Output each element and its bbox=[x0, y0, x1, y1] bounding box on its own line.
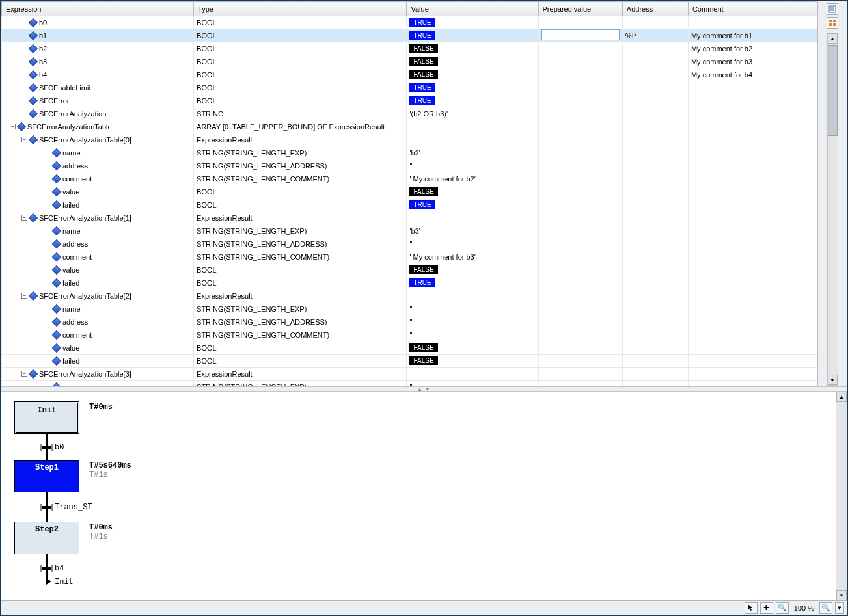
table-row[interactable]: −SFCErrorAnalyzationTable[2]ExpressionRe… bbox=[2, 289, 817, 302]
row-prepared[interactable] bbox=[538, 381, 622, 386]
table-row[interactable]: −SFCErrorAnalyzationTable[3]ExpressionRe… bbox=[2, 368, 817, 381]
table-row[interactable]: −SFCErrorAnalyzationTable[0]ExpressionRe… bbox=[2, 133, 817, 146]
row-value[interactable]: '' bbox=[407, 159, 538, 172]
row-prepared[interactable] bbox=[538, 198, 622, 211]
table-row[interactable]: commentSTRING(STRING_LENGTH_COMMENT)' My… bbox=[2, 250, 817, 263]
row-value[interactable]: FALSE bbox=[407, 263, 538, 276]
row-value[interactable] bbox=[407, 133, 538, 146]
row-value[interactable]: '' bbox=[407, 237, 538, 250]
row-prepared[interactable] bbox=[538, 42, 622, 55]
table-row[interactable]: nameSTRING(STRING_LENGTH_EXP)'b3' bbox=[2, 224, 817, 237]
collapse-icon[interactable]: − bbox=[21, 293, 27, 299]
table-row[interactable]: −SFCErrorAnalyzationTable[1]ExpressionRe… bbox=[2, 211, 817, 224]
row-value[interactable]: TRUE bbox=[407, 198, 538, 211]
row-prepared[interactable] bbox=[538, 289, 622, 302]
row-value[interactable]: TRUE bbox=[407, 29, 538, 42]
table-row[interactable]: failedBOOLFALSE bbox=[2, 355, 817, 368]
row-value[interactable]: '' bbox=[407, 328, 538, 341]
table-row[interactable]: nameSTRING(STRING_LENGTH_EXP)'' bbox=[2, 381, 817, 386]
row-value[interactable]: FALSE bbox=[407, 55, 538, 68]
sfc-transition[interactable] bbox=[42, 506, 51, 509]
row-prepared[interactable] bbox=[538, 315, 622, 328]
row-prepared[interactable] bbox=[538, 368, 622, 381]
collapse-icon[interactable]: − bbox=[21, 371, 27, 377]
row-value[interactable]: TRUE bbox=[407, 94, 538, 107]
horizontal-splitter[interactable]: ▲ ▼ bbox=[1, 386, 847, 392]
zoom-dropdown-button[interactable]: 🔍 bbox=[819, 602, 832, 614]
collapse-icon[interactable]: − bbox=[21, 137, 27, 142]
row-value[interactable]: FALSE bbox=[407, 42, 538, 55]
scroll-down-arrow-icon[interactable]: ▼ bbox=[828, 375, 838, 385]
table-row[interactable]: −SFCErrorAnalyzationTableARRAY [0..TABLE… bbox=[2, 120, 817, 133]
table-row[interactable]: b2BOOLFALSEMy comment for b2 bbox=[2, 42, 817, 55]
sfc-transition[interactable] bbox=[42, 567, 51, 570]
row-prepared[interactable] bbox=[538, 81, 622, 94]
bottom-vertical-scrollbar[interactable]: ▲ ▼ bbox=[836, 392, 847, 600]
row-value[interactable]: ' My comment for b3' bbox=[407, 250, 538, 263]
row-value[interactable] bbox=[407, 120, 538, 133]
scroll-up-arrow-icon[interactable]: ▲ bbox=[828, 33, 838, 44]
row-prepared[interactable] bbox=[538, 55, 622, 68]
row-value[interactable]: ' My comment for b2' bbox=[407, 172, 538, 185]
table-row[interactable]: valueBOOLFALSE bbox=[2, 341, 817, 355]
row-value[interactable]: '' bbox=[407, 315, 538, 328]
table-row[interactable]: SFCErrorBOOLTRUE bbox=[2, 94, 817, 107]
sfc-step-init[interactable]: Init bbox=[14, 401, 79, 434]
table-row[interactable]: SFCEnableLimitBOOLTRUE bbox=[2, 81, 817, 94]
col-header-value[interactable]: Value bbox=[407, 2, 538, 16]
row-value[interactable]: FALSE bbox=[407, 68, 538, 81]
top-vertical-scrollbar[interactable]: ▲ ▼ bbox=[827, 33, 838, 386]
table-row[interactable]: addressSTRING(STRING_LENGTH_ADDRESS)'' bbox=[2, 315, 817, 328]
row-value[interactable] bbox=[407, 289, 538, 302]
table-row[interactable]: addressSTRING(STRING_LENGTH_ADDRESS)'' bbox=[2, 237, 817, 250]
zoom-menu-button[interactable]: ▾ bbox=[835, 602, 844, 614]
prepared-value-input[interactable] bbox=[541, 29, 620, 40]
row-prepared[interactable] bbox=[538, 355, 622, 368]
row-value[interactable]: TRUE bbox=[407, 276, 538, 289]
row-value[interactable] bbox=[407, 368, 538, 381]
table-row[interactable]: commentSTRING(STRING_LENGTH_COMMENT)'' bbox=[2, 328, 817, 341]
row-prepared[interactable] bbox=[538, 16, 622, 29]
row-prepared[interactable] bbox=[538, 107, 622, 120]
row-prepared[interactable] bbox=[538, 185, 622, 198]
zoom-tool-button[interactable]: 🔍 bbox=[776, 602, 789, 614]
col-header-type[interactable]: Type bbox=[194, 2, 407, 16]
table-row[interactable]: failedBOOLTRUE bbox=[2, 198, 817, 211]
collapse-icon[interactable]: − bbox=[10, 124, 16, 129]
row-value[interactable]: '' bbox=[407, 381, 538, 386]
scroll-down-arrow-icon[interactable]: ▼ bbox=[836, 590, 847, 600]
col-header-expression[interactable]: Expression bbox=[2, 2, 194, 16]
row-value[interactable]: TRUE bbox=[407, 16, 538, 29]
sfc-canvas[interactable]: InitT#0msStep1T#5s640msT#1sStep2T#0msT#1… bbox=[1, 392, 836, 600]
scroll-thumb[interactable] bbox=[828, 45, 838, 136]
row-value[interactable]: 'b2' bbox=[407, 146, 538, 159]
row-prepared[interactable] bbox=[538, 237, 622, 250]
scroll-up-arrow-icon[interactable]: ▲ bbox=[836, 392, 847, 402]
row-value[interactable]: FALSE bbox=[407, 185, 538, 198]
sfc-step-step2[interactable]: Step2 bbox=[14, 522, 79, 554]
row-prepared[interactable] bbox=[538, 120, 622, 133]
table-row[interactable]: b0BOOLTRUE bbox=[2, 16, 817, 29]
row-prepared[interactable] bbox=[538, 250, 622, 263]
row-prepared[interactable] bbox=[538, 302, 622, 315]
table-row[interactable]: valueBOOLFALSE bbox=[2, 185, 817, 198]
row-value[interactable]: 'b3' bbox=[407, 224, 538, 237]
sfc-jump-label[interactable]: Init bbox=[55, 578, 74, 587]
col-header-prepared[interactable]: Prepared value bbox=[538, 2, 622, 16]
row-prepared[interactable] bbox=[538, 133, 622, 146]
row-prepared[interactable] bbox=[538, 146, 622, 159]
row-prepared[interactable] bbox=[538, 341, 622, 355]
toolbar-btn-2[interactable] bbox=[827, 17, 838, 29]
row-prepared[interactable] bbox=[538, 94, 622, 107]
sfc-step-step1[interactable]: Step1 bbox=[14, 460, 79, 492]
row-value[interactable]: '' bbox=[407, 302, 538, 315]
row-prepared[interactable] bbox=[538, 224, 622, 237]
table-row[interactable]: b3BOOLFALSEMy comment for b3 bbox=[2, 55, 817, 68]
table-row[interactable]: commentSTRING(STRING_LENGTH_COMMENT)' My… bbox=[2, 172, 817, 185]
row-value[interactable] bbox=[407, 211, 538, 224]
row-prepared[interactable] bbox=[538, 328, 622, 341]
row-prepared[interactable] bbox=[538, 29, 622, 42]
table-row[interactable]: b1BOOLTRUE%I*My comment for b1 bbox=[2, 29, 817, 42]
table-row[interactable]: addressSTRING(STRING_LENGTH_ADDRESS)'' bbox=[2, 159, 817, 172]
table-row[interactable]: b4BOOLFALSEMy comment for b4 bbox=[2, 68, 817, 81]
